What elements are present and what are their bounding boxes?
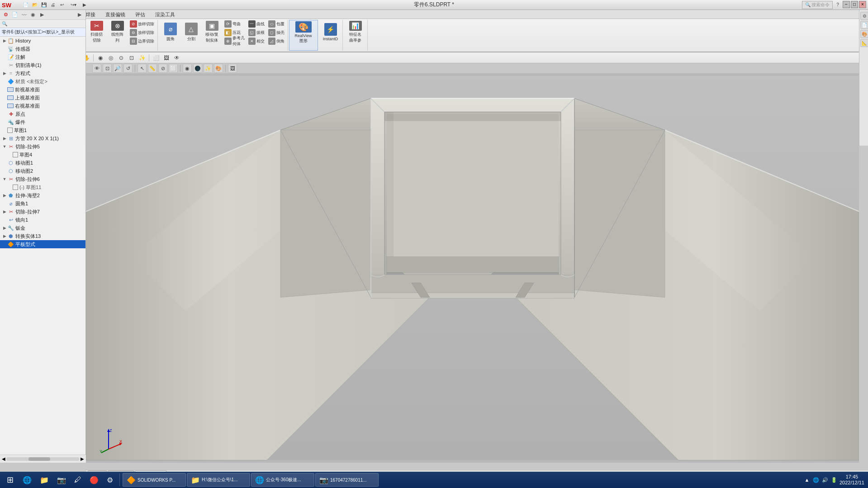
realview-btn2[interactable]: ✨ bbox=[138, 53, 147, 62]
sidebar-scrollbar[interactable]: ◀ ▶ bbox=[0, 455, 86, 463]
move-copy-button[interactable]: ▣ 移动/复制实体 bbox=[202, 20, 222, 44]
tree-exploded[interactable]: 🔩 爆件 bbox=[0, 118, 85, 126]
featurename-button[interactable]: 📊 特征名曲率参 bbox=[346, 20, 365, 44]
print-button[interactable]: 🖨 bbox=[49, 1, 57, 9]
tree-top-plane[interactable]: 上视基准面 bbox=[0, 94, 85, 102]
scroll-right-btn[interactable]: ▶ bbox=[81, 456, 84, 461]
revolved-cut-button[interactable]: ⊗ 线性阵列 bbox=[108, 20, 128, 44]
taskbar-icon-browser[interactable]: 🌐 bbox=[19, 473, 35, 487]
tree-cut-extrude5[interactable]: ▼ ✂ 切除-拉伸5 bbox=[0, 142, 85, 151]
save-button[interactable]: 💾 bbox=[40, 1, 48, 9]
close-button[interactable]: × bbox=[859, 1, 866, 8]
taskbar-folder-window[interactable]: 📁 H:\微信公众号\1... bbox=[187, 473, 250, 487]
split-button[interactable]: △ 分割 bbox=[181, 20, 201, 44]
viewport[interactable]: Z X Y bbox=[86, 73, 859, 463]
tab-render[interactable]: 渲染工具 bbox=[150, 10, 180, 19]
tree-history[interactable]: ▶ 📋 History bbox=[0, 37, 85, 45]
expand-arrow[interactable]: ▶ bbox=[76, 11, 84, 19]
restore-button[interactable]: □ bbox=[851, 1, 858, 8]
tree-sketch1[interactable]: 草图1 bbox=[0, 126, 85, 134]
curve-button[interactable]: 〰 曲线 bbox=[247, 20, 266, 28]
boundary-cut-button[interactable]: ⊟ 边界切除 bbox=[128, 37, 156, 45]
tree-convert13[interactable]: ▶ ⬢ 转换实体13 bbox=[0, 232, 85, 240]
hidden-button[interactable]: ⊙ bbox=[117, 53, 126, 62]
tray-battery[interactable]: 🔋 bbox=[830, 476, 838, 483]
new-button[interactable]: 📄 bbox=[22, 1, 30, 9]
right-tab-settings[interactable]: ⚙ bbox=[860, 12, 868, 20]
taskbar-icon-red[interactable]: 🔴 bbox=[86, 473, 102, 487]
property-manager-tab[interactable]: 📄 bbox=[11, 11, 19, 19]
scrollbar-thumb[interactable] bbox=[28, 457, 51, 461]
tree-extrude-wall2[interactable]: ▶ ⬟ 拉伸-海壁2 bbox=[0, 191, 85, 199]
instant3d-button[interactable]: ⚡ InstantD bbox=[321, 20, 341, 44]
tree-cut-extrude6[interactable]: ▼ ✂ 切除-拉伸6 bbox=[0, 175, 85, 183]
intersect2-button[interactable]: ✕ 相交 bbox=[247, 37, 266, 45]
taskbar-icon-explorer[interactable]: 📁 bbox=[36, 473, 52, 487]
zoom-in-btn[interactable]: 🔎 bbox=[113, 64, 122, 73]
open-button[interactable]: 📂 bbox=[31, 1, 39, 9]
display-style-btn[interactable]: ◉ bbox=[183, 64, 192, 73]
chamfer-button[interactable]: ◿ 倒角 bbox=[267, 37, 286, 45]
display-manager-tab[interactable]: ▶ bbox=[38, 11, 46, 19]
right-tab-properties[interactable]: 📄 bbox=[860, 21, 868, 29]
search-box[interactable]: 🔍 搜索命令 bbox=[802, 1, 833, 9]
scrollbar-track[interactable] bbox=[6, 457, 80, 461]
tree-mirror1[interactable]: ↩ 镜向1 bbox=[0, 216, 85, 224]
minimize-button[interactable]: − bbox=[843, 1, 850, 8]
tray-expand[interactable]: ▲ bbox=[803, 476, 811, 483]
help-icon[interactable]: ? bbox=[834, 1, 842, 9]
tree-sketch11[interactable]: (-) 草图11 bbox=[0, 183, 85, 191]
taskbar-photo-window[interactable]: 📷 1670472786011... bbox=[315, 473, 379, 487]
tree-cut-extrude7[interactable]: ▶ ✂ 切除-拉伸7 bbox=[0, 208, 85, 216]
scene-btn[interactable]: 🖼 bbox=[228, 64, 237, 73]
draft-button[interactable]: ◱ 拔模 bbox=[247, 28, 266, 37]
tree-front-plane[interactable]: 前视基准面 bbox=[0, 85, 85, 94]
tree-move1[interactable]: ⬡ 移动图1 bbox=[0, 159, 85, 167]
tree-sensors[interactable]: 📡 传感器 bbox=[0, 45, 85, 53]
feature-manager-tab[interactable]: ⚙ bbox=[2, 11, 10, 19]
tree-fillet1[interactable]: ⌀ 圆角1 bbox=[0, 199, 85, 208]
view-orient-btn[interactable]: 👁 bbox=[92, 64, 101, 73]
tree-sheetmetal[interactable]: ▶ 🔧 钣金 bbox=[0, 224, 85, 232]
section-button[interactable]: ⊡ bbox=[127, 53, 136, 62]
tab-evaluate[interactable]: 评估 bbox=[130, 10, 150, 19]
taskbar-sw-window[interactable]: 🔶 SOLIDWORKS P... bbox=[123, 473, 186, 487]
right-tab-dim[interactable]: 📐 bbox=[860, 39, 868, 47]
tree-right-plane[interactable]: 右视基准面 bbox=[0, 102, 85, 110]
tray-network[interactable]: 🌐 bbox=[812, 476, 820, 483]
select-btn[interactable]: ↖ bbox=[138, 64, 147, 73]
shaded-button[interactable]: ◉ bbox=[96, 53, 105, 62]
zoom-to-fit-btn[interactable]: ⊡ bbox=[103, 64, 112, 73]
config-manager-tab[interactable]: 〰 bbox=[20, 11, 28, 19]
tree-annotations[interactable]: 📝 注解 bbox=[0, 53, 85, 61]
taskbar-icon-settings[interactable]: ⚙ bbox=[103, 473, 117, 487]
extruded-cut-button[interactable]: ✂ 扫描切切除 bbox=[87, 20, 107, 44]
box-select-button[interactable]: ⬜ bbox=[152, 53, 161, 62]
tab-direct[interactable]: 直接偏镜 bbox=[100, 10, 130, 19]
wrap-button[interactable]: ⬭ 包覆 bbox=[267, 20, 286, 28]
realview-button[interactable]: 🎨 RealView图形 bbox=[291, 20, 316, 45]
taskbar-icon-pen[interactable]: 🖊 bbox=[71, 473, 85, 487]
tree-tube[interactable]: ▶ ⊞ 方管 20 X 20 X 1(1) bbox=[0, 134, 85, 142]
sweep-cut-button[interactable]: ⊘ 放样切除 bbox=[128, 20, 156, 28]
tree-origin[interactable]: ✚ 原点 bbox=[0, 110, 85, 118]
tree-sketch4[interactable]: 草图4 bbox=[0, 151, 85, 159]
background-btn[interactable]: 🎨 bbox=[214, 64, 223, 73]
redo-dropdown[interactable]: ↪▾ bbox=[67, 1, 80, 9]
shell-button[interactable]: ◻ 抽壳 bbox=[267, 28, 286, 37]
section-view-btn[interactable]: ⊘ bbox=[158, 64, 167, 73]
bend-button[interactable]: ⟳ 弯曲 bbox=[223, 20, 246, 28]
undo-button[interactable]: ↩ bbox=[58, 1, 66, 9]
start-button[interactable]: ⊞ bbox=[2, 473, 18, 487]
rotate-view-btn[interactable]: ↺ bbox=[123, 64, 133, 73]
taskbar-clock[interactable]: 17:45 2022/12/11 bbox=[840, 474, 864, 486]
tree-material[interactable]: 🔷 材质 <未指定> bbox=[0, 77, 85, 85]
right-tab-display[interactable]: 🎨 bbox=[860, 30, 868, 38]
tray-volume[interactable]: 🔊 bbox=[821, 476, 829, 483]
tree-move2[interactable]: ⬡ 移动图2 bbox=[0, 167, 85, 175]
play-button[interactable]: ▶ bbox=[81, 1, 89, 9]
tree-cutlist[interactable]: ✂ 切割清单(1) bbox=[0, 61, 85, 69]
fillet-button[interactable]: ⌀ 圆角 bbox=[161, 20, 180, 44]
measure-btn[interactable]: 📏 bbox=[148, 64, 157, 73]
intersect-button[interactable]: ⊕ 参考几何体 bbox=[223, 37, 246, 45]
